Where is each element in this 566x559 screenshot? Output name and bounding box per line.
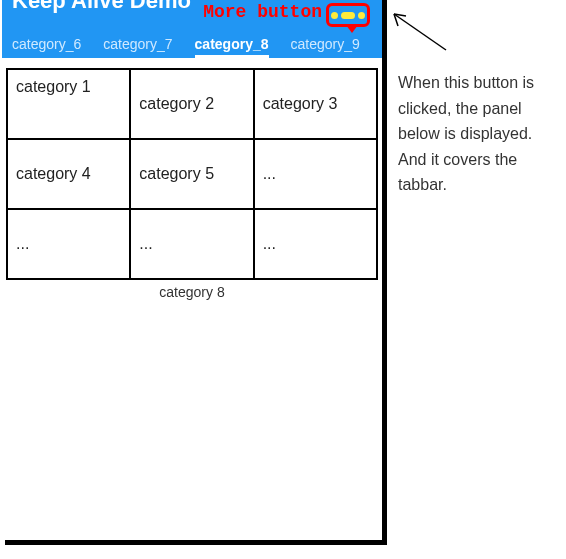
category-grid-panel: category 1 category 2 category 3 categor…	[6, 68, 378, 280]
tab-category-6[interactable]: category_6	[12, 36, 81, 58]
dot-icon	[331, 12, 338, 19]
grid-cell[interactable]: ...	[130, 209, 253, 279]
grid-cell[interactable]: category 4	[7, 139, 130, 209]
current-category-label: category 8	[2, 280, 382, 300]
grid-cell[interactable]: category 3	[254, 69, 377, 139]
tab-category-9[interactable]: category_9	[291, 36, 360, 58]
grid-row: ... ... ...	[7, 209, 377, 279]
tab-bar: category_6 category_7 category_8 categor…	[2, 30, 382, 58]
app-title: Keep Alive Demo	[12, 0, 191, 14]
grid-cell[interactable]: ...	[7, 209, 130, 279]
frame-shadow	[5, 540, 387, 545]
tab-category-8[interactable]: category_8	[195, 36, 269, 58]
app-header: Keep Alive Demo More button category_6 c…	[2, 0, 382, 58]
grid-row: category 4 category 5 ...	[7, 139, 377, 209]
more-button-label: More button	[203, 2, 322, 22]
grid-row: category 1 category 2 category 3	[7, 69, 377, 139]
grid-cell[interactable]: ...	[254, 209, 377, 279]
grid-cell[interactable]: ...	[254, 139, 377, 209]
frame-shadow	[382, 0, 387, 545]
arrow-icon	[386, 6, 456, 56]
grid-cell[interactable]: category 2	[130, 69, 253, 139]
grid-cell[interactable]: category 1	[7, 69, 130, 139]
phone-frame: Keep Alive Demo More button category_6 c…	[2, 0, 382, 540]
more-button[interactable]	[326, 3, 370, 27]
tab-category-7[interactable]: category_7	[103, 36, 172, 58]
annotation-text: When this button is clicked, the panel b…	[398, 70, 558, 198]
grid-cell[interactable]: category 5	[130, 139, 253, 209]
dot-icon	[358, 12, 365, 19]
diagram-canvas: Keep Alive Demo More button category_6 c…	[0, 0, 566, 559]
dot-icon	[341, 12, 355, 19]
